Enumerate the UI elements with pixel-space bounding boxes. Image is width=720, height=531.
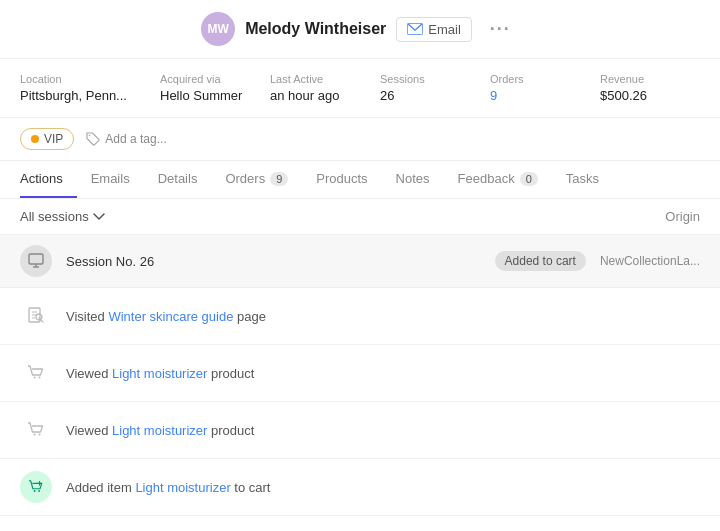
monitor-icon	[28, 253, 44, 269]
list-item: Viewed Light moisturizer product	[0, 345, 720, 402]
email-button[interactable]: Email	[396, 17, 472, 42]
stats-row: Location Pittsburgh, Penn... Acquired vi…	[0, 59, 720, 118]
tags-row: VIP Add a tag...	[0, 118, 720, 161]
stat-location-value: Pittsburgh, Penn...	[20, 88, 160, 103]
stat-orders-value: 9	[490, 88, 600, 103]
stat-location: Location Pittsburgh, Penn...	[20, 73, 160, 103]
vip-tag-label: VIP	[44, 132, 63, 146]
list-item: Visited Winter skincare guide page	[0, 288, 720, 345]
session-origin: NewCollectionLa...	[600, 254, 700, 268]
tab-orders[interactable]: Orders 9	[211, 161, 302, 198]
cart-add-icon	[20, 471, 52, 503]
activity-text: Viewed Light moisturizer product	[66, 366, 700, 381]
list-item: Viewed Light moisturizer product	[0, 402, 720, 459]
more-options-button[interactable]: ···	[482, 15, 519, 44]
tab-actions-label: Actions	[20, 171, 63, 186]
page-icon	[20, 300, 52, 332]
sessions-filter-label: All sessions	[20, 209, 89, 224]
activity-list: Session No. 26 Added to cart NewCollecti…	[0, 235, 720, 516]
tab-tasks[interactable]: Tasks	[552, 161, 613, 198]
tab-emails-label: Emails	[91, 171, 130, 186]
stat-revenue: Revenue $500.26	[600, 73, 710, 103]
tab-feedback-badge: 0	[520, 172, 538, 186]
stat-acquired: Acquired via Hello Summer	[160, 73, 270, 103]
svg-point-15	[38, 490, 40, 492]
tab-orders-label: Orders	[225, 171, 265, 186]
session-title: Session No. 26	[66, 254, 481, 269]
email-icon	[407, 23, 423, 35]
svg-point-9	[36, 314, 42, 320]
svg-rect-2	[29, 254, 43, 264]
svg-point-11	[39, 377, 41, 379]
tab-tasks-label: Tasks	[566, 171, 599, 186]
tab-feedback[interactable]: Feedback 0	[444, 161, 552, 198]
svg-point-12	[34, 434, 36, 436]
add-tag-label: Add a tag...	[105, 132, 166, 146]
cart-icon	[20, 357, 52, 389]
activity-text: Visited Winter skincare guide page	[66, 309, 700, 324]
stat-sessions: Sessions 26	[380, 73, 490, 103]
tab-products-label: Products	[316, 171, 367, 186]
tab-notes[interactable]: Notes	[382, 161, 444, 198]
tab-details[interactable]: Details	[144, 161, 212, 198]
stat-orders-label: Orders	[490, 73, 600, 85]
svg-point-13	[39, 434, 41, 436]
tab-actions[interactable]: Actions	[20, 161, 77, 198]
tab-details-label: Details	[158, 171, 198, 186]
stat-revenue-label: Revenue	[600, 73, 710, 85]
session-row: Session No. 26 Added to cart NewCollecti…	[0, 235, 720, 288]
stat-acquired-value: Hello Summer	[160, 88, 270, 103]
filter-row: All sessions Origin	[0, 199, 720, 235]
stat-orders: Orders 9	[490, 73, 600, 103]
tab-products[interactable]: Products	[302, 161, 381, 198]
tabs: Actions Emails Details Orders 9 Products…	[0, 161, 720, 199]
stat-last-active-label: Last Active	[270, 73, 380, 85]
svg-point-14	[34, 490, 36, 492]
tab-notes-label: Notes	[396, 171, 430, 186]
stat-sessions-value: 26	[380, 88, 490, 103]
origin-label: Origin	[665, 209, 700, 224]
cart-icon	[20, 414, 52, 446]
svg-point-1	[89, 135, 91, 137]
tag-icon	[86, 132, 100, 146]
chevron-down-icon	[93, 213, 105, 221]
stat-location-label: Location	[20, 73, 160, 85]
sessions-filter[interactable]: All sessions	[20, 209, 105, 224]
email-button-label: Email	[428, 22, 461, 37]
tab-emails[interactable]: Emails	[77, 161, 144, 198]
stat-acquired-label: Acquired via	[160, 73, 270, 85]
header: MW Melody Wintheiser Email ···	[0, 0, 720, 59]
stat-last-active: Last Active an hour ago	[270, 73, 380, 103]
stat-sessions-label: Sessions	[380, 73, 490, 85]
vip-tag[interactable]: VIP	[20, 128, 74, 150]
activity-text: Viewed Light moisturizer product	[66, 423, 700, 438]
stat-revenue-value: $500.26	[600, 88, 710, 103]
vip-dot-icon	[31, 135, 39, 143]
svg-point-10	[34, 377, 36, 379]
add-tag-button[interactable]: Add a tag...	[86, 132, 166, 146]
tab-feedback-label: Feedback	[458, 171, 515, 186]
session-icon	[20, 245, 52, 277]
avatar: MW	[201, 12, 235, 46]
tab-orders-badge: 9	[270, 172, 288, 186]
activity-text: Added item Light moisturizer to cart	[66, 480, 700, 495]
stat-last-active-value: an hour ago	[270, 88, 380, 103]
user-name: Melody Wintheiser	[245, 20, 386, 38]
session-badge: Added to cart	[495, 251, 586, 271]
list-item: Added item Light moisturizer to cart	[0, 459, 720, 516]
